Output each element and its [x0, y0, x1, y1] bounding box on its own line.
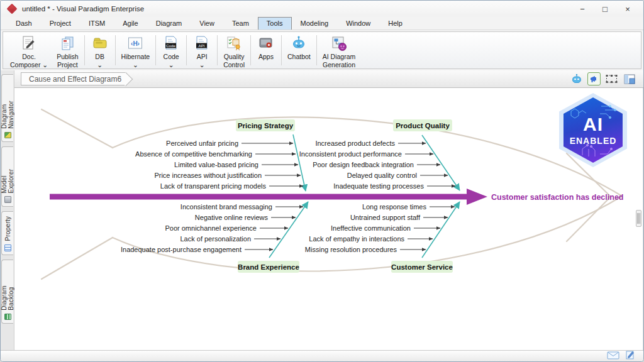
- code-button[interactable]: Code Code⌄: [157, 33, 185, 67]
- close-button[interactable]: ×: [621, 4, 635, 14]
- cause-text[interactable]: Untrained support staff: [350, 214, 421, 221]
- cause-text[interactable]: Lack of personalization: [180, 235, 251, 243]
- sidebar-tab-diagram-backlog[interactable]: Diagram Backlog: [1, 260, 13, 324]
- effect-text[interactable]: Customer satisfaction has declined: [491, 193, 623, 202]
- quality-control-button[interactable]: QualityControl: [219, 33, 249, 67]
- toolbar-separator: [316, 35, 317, 65]
- minimize-button[interactable]: −: [575, 4, 589, 14]
- sidebar-tab-label: Diagram Navigator: [1, 79, 14, 129]
- toolbar-separator: [115, 35, 116, 65]
- cause-text[interactable]: Inconsistent brand messaging: [180, 203, 272, 211]
- bone-customer-service[interactable]: [422, 202, 460, 258]
- menu-agile[interactable]: Agile: [114, 17, 147, 30]
- sidebar-tab-diagram-navigator[interactable]: Diagram Navigator: [1, 74, 13, 142]
- ai-diagram-generation-icon: [331, 35, 347, 52]
- menu-bar: Dash Project ITSM Agile Diagram View Tea…: [1, 17, 643, 30]
- hibernate-icon: ‹H›: [127, 35, 143, 52]
- cause-text[interactable]: Lack of transparent pricing models: [160, 182, 267, 190]
- cause-text[interactable]: Missing resolution procedures: [305, 246, 397, 253]
- ai-diagram-generation-button[interactable]: AI DiagramGeneration: [318, 33, 360, 67]
- left-panel-strip: Diagram Navigator Model Explorer Propert…: [1, 70, 14, 350]
- cause-text[interactable]: Absence of competitive benchmarking: [135, 150, 252, 158]
- api-button[interactable]: API API⌄: [188, 33, 216, 67]
- bone-product-quality[interactable]: [422, 135, 460, 190]
- bone-pricing-strategy[interactable]: [293, 134, 306, 191]
- db-label-1: DB: [95, 53, 104, 60]
- cause-text[interactable]: Inconsistent product performance: [299, 150, 402, 158]
- sidebar-tab-model-explorer[interactable]: Model Explorer: [1, 146, 13, 207]
- menu-tools[interactable]: Tools: [258, 17, 292, 30]
- apps-button[interactable]: Apps: [252, 33, 280, 67]
- cause-text[interactable]: Ineffective communication: [331, 224, 411, 232]
- quality-control-label-1: Quality: [224, 53, 245, 60]
- menu-diagram[interactable]: Diagram: [147, 17, 191, 30]
- diagram-tab[interactable]: Cause and Effect Diagram6: [21, 72, 125, 85]
- cause-text[interactable]: Long response times: [362, 203, 427, 211]
- category-label[interactable]: Customer Service: [391, 263, 453, 271]
- db-button[interactable]: DB⌄: [86, 33, 114, 67]
- menu-project[interactable]: Project: [41, 17, 80, 30]
- spine-arrowhead: [467, 189, 487, 205]
- cause-text[interactable]: Negative online reviews: [195, 214, 269, 221]
- doc-composer-button[interactable]: Doc.Composer ⌄: [6, 33, 52, 67]
- diagram-tab-bar: Cause and Effect Diagram6: [14, 70, 643, 88]
- cause-text[interactable]: Inadequate post-purchase engagement: [121, 246, 242, 253]
- menu-window[interactable]: Window: [337, 17, 379, 30]
- category-label[interactable]: Product Quality: [396, 122, 450, 129]
- api-label-1: API: [197, 53, 208, 60]
- toolbar-separator: [217, 35, 218, 65]
- code-label-1: Code: [164, 53, 179, 60]
- menu-itsm[interactable]: ITSM: [80, 17, 114, 30]
- code-glyph: Code: [166, 43, 175, 48]
- ai-diagram-generation-label-2: Generation: [323, 61, 355, 69]
- code-icon: Code: [163, 35, 179, 52]
- chatbot-mini-icon[interactable]: [570, 72, 583, 85]
- cause-text[interactable]: Inadequate testing processes: [333, 182, 424, 190]
- chatbot-button[interactable]: Chatbot: [283, 33, 315, 67]
- cause-text[interactable]: Increased product defects: [315, 140, 395, 147]
- title-bar: untitled * - Visual Paradigm Enterprise …: [1, 1, 643, 17]
- cause-text[interactable]: Poor omnichannel experience: [165, 224, 257, 232]
- diagram-backlog-icon: [4, 314, 11, 320]
- menu-help[interactable]: Help: [379, 17, 411, 30]
- panel-splitter-handle[interactable]: [636, 210, 641, 227]
- category-label[interactable]: Pricing Strategy: [238, 122, 294, 129]
- publish-project-label-2: Project: [57, 61, 78, 69]
- maximize-button[interactable]: □: [598, 4, 612, 14]
- hibernate-button[interactable]: ‹H› Hibernate⌄: [117, 33, 155, 67]
- cause-text[interactable]: Price increases without justification: [154, 172, 262, 179]
- chatbot-label-1: Chatbot: [287, 53, 311, 60]
- mail-icon[interactable]: [607, 351, 619, 362]
- doc-composer-label-1: Doc.: [22, 53, 36, 60]
- publish-project-button[interactable]: PublishProject: [52, 33, 82, 67]
- cause-text[interactable]: Poor design feedback integration: [313, 161, 414, 168]
- cause-text[interactable]: Delayed quality control: [347, 172, 417, 179]
- menu-dash[interactable]: Dash: [7, 17, 41, 30]
- publish-project-label-1: Publish: [57, 53, 78, 60]
- panel-layout-icon[interactable]: [623, 72, 636, 85]
- menu-team[interactable]: Team: [223, 17, 258, 30]
- window-title: untitled * - Visual Paradigm Enterprise: [22, 5, 144, 13]
- sidebar-tab-label: Model Explorer: [1, 151, 14, 193]
- diagram-navigator-icon: [4, 132, 11, 138]
- sidebar-tab-property[interactable]: Property: [1, 211, 13, 255]
- menu-modeling[interactable]: Modeling: [292, 17, 338, 30]
- cause-text[interactable]: Perceived unfair pricing: [166, 140, 238, 147]
- edit-note-icon[interactable]: [626, 350, 635, 362]
- cause-text[interactable]: Lack of empathy in interactions: [309, 235, 404, 243]
- diagram-canvas[interactable]: Customer satisfaction has declined Prici…: [14, 88, 643, 350]
- ai-enabled-badge: AI ENABLED: [559, 93, 627, 167]
- status-bar: [1, 350, 643, 361]
- selection-frame-icon[interactable]: [605, 72, 618, 85]
- diagram-tab-label: Cause and Effect Diagram6: [29, 75, 121, 84]
- announcement-icon[interactable]: [587, 72, 601, 85]
- cause-text[interactable]: Limited value-based pricing: [174, 161, 258, 168]
- db-icon: [92, 35, 108, 52]
- hibernate-label-2: ⌄: [133, 61, 138, 69]
- category-label[interactable]: Brand Experience: [238, 263, 299, 271]
- sidebar-tab-label: Diagram Backlog: [1, 265, 14, 310]
- toolbar-separator: [186, 35, 187, 65]
- bone-brand-experience[interactable]: [269, 202, 308, 258]
- menu-view[interactable]: View: [191, 17, 223, 30]
- chatbot-icon: [291, 35, 307, 52]
